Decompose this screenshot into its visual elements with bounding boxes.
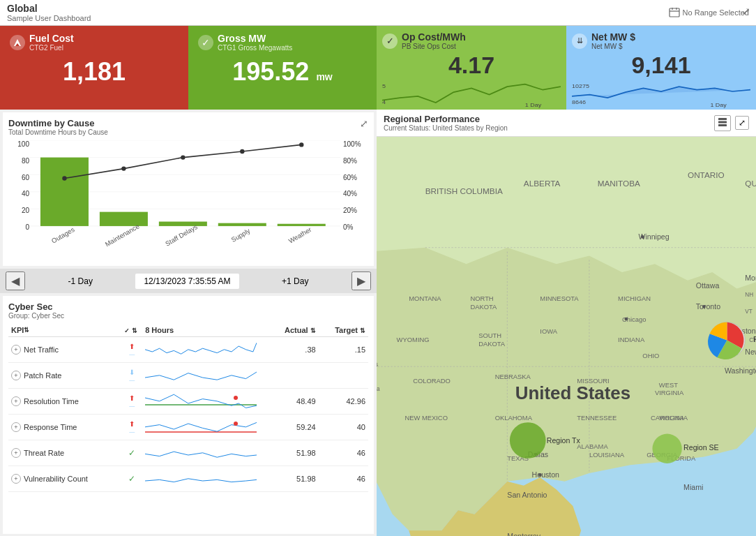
svg-text:Region SE: Region SE bbox=[683, 443, 719, 452]
prev-label: -1 Day bbox=[68, 276, 93, 286]
svg-text:CAROLINA: CAROLINA bbox=[651, 414, 685, 422]
svg-text:QUEBEC: QUEBEC bbox=[745, 179, 756, 188]
target-value: .15 bbox=[319, 337, 368, 363]
info-icon[interactable]: + bbox=[11, 448, 21, 458]
svg-text:Houston: Houston bbox=[532, 470, 560, 479]
prev-day-button[interactable]: ◀ bbox=[6, 271, 25, 290]
info-icon[interactable]: + bbox=[11, 371, 21, 380]
svg-text:Region NE: Region NE bbox=[753, 335, 756, 343]
kpi-name: Resolution Time bbox=[24, 397, 79, 405]
kpi-name: Net Traffic bbox=[24, 345, 59, 354]
col-hours[interactable]: 8 Hours bbox=[142, 324, 268, 337]
netmw-card: ⇊ Net MW $ Net MW $ 9,141 10275 8646 1 D… bbox=[566, 26, 756, 110]
svg-text:8646: 8646 bbox=[572, 99, 586, 105]
svg-text:New York: New York bbox=[745, 348, 756, 356]
netmw-chart: 10275 8646 1 Day bbox=[572, 80, 750, 108]
info-icon[interactable]: + bbox=[11, 396, 21, 406]
bar-maintenance bbox=[100, 212, 148, 226]
info-icon[interactable]: + bbox=[11, 422, 21, 432]
trend-chart bbox=[145, 417, 257, 436]
actual-value bbox=[268, 363, 318, 389]
no-range-label: No Range Selected bbox=[669, 7, 749, 18]
svg-text:ALABAMA: ALABAMA bbox=[577, 442, 608, 450]
info-icon[interactable]: + bbox=[11, 345, 21, 355]
netmw-value: 9,141 bbox=[572, 52, 750, 79]
downtime-chart: 100 80 60 40 20 0 bbox=[8, 140, 368, 248]
target-value: 40 bbox=[319, 415, 368, 440]
regional-subtitle: Current Status: United States by Region bbox=[384, 124, 508, 132]
fuel-value: 1,181 bbox=[10, 57, 179, 87]
col-check[interactable]: ✓ ⇅ bbox=[121, 324, 142, 337]
app-branding: Global Sample User Dashboard bbox=[7, 3, 91, 22]
svg-text:1 Day: 1 Day bbox=[710, 101, 727, 107]
table-row: +Vulnerability Count✓51.9846 bbox=[8, 466, 368, 492]
trend-chart bbox=[145, 391, 257, 410]
svg-text:NH: NH bbox=[745, 292, 753, 298]
map-layers-button[interactable] bbox=[714, 115, 731, 131]
opcost-title: Op Cost/MWh bbox=[402, 31, 466, 43]
bar-supply bbox=[218, 223, 266, 226]
svg-text:Ottawa: Ottawa bbox=[696, 282, 720, 290]
downtime-subtitle: Total Downtime Hours by Cause bbox=[8, 128, 368, 136]
fuel-up-icon bbox=[10, 35, 25, 50]
svg-point-89 bbox=[538, 473, 542, 477]
kpi-name: Response Time bbox=[24, 423, 77, 431]
status-up-icon: ⬆ bbox=[129, 394, 135, 402]
regional-header: Regional Performance Current Status: Uni… bbox=[377, 110, 756, 137]
cyber-group: Group: Cyber Sec bbox=[8, 312, 64, 320]
downtime-title: Downtime by Cause bbox=[8, 118, 368, 128]
next-day-button[interactable]: ▶ bbox=[351, 271, 371, 290]
col-actual[interactable]: Actual ⇅ bbox=[268, 324, 318, 337]
svg-text:ALBERTA: ALBERTA bbox=[524, 179, 561, 188]
svg-rect-33 bbox=[718, 121, 727, 123]
table-row: +Patch Rate ⬇ — bbox=[8, 363, 368, 389]
col-target[interactable]: Target ⇅ bbox=[319, 324, 368, 337]
right-panel: ✓ Op Cost/MWh PB Site Ops Cost 4.17 5 4 … bbox=[377, 26, 756, 536]
svg-point-50 bbox=[641, 235, 644, 239]
svg-text:Region Tx: Region Tx bbox=[547, 436, 581, 445]
svg-text:California: California bbox=[377, 386, 380, 392]
col-kpi[interactable]: KPI ⇅ bbox=[8, 324, 121, 337]
netmw-icon: ⇊ bbox=[572, 34, 587, 49]
left-panel: Fuel Cost CTG2 Fuel 1,181 ✓ Gross MW CTG… bbox=[0, 26, 377, 536]
no-range-text: No Range Selected bbox=[683, 8, 749, 17]
kpi-name: Threat Rate bbox=[24, 449, 64, 457]
info-icon[interactable]: + bbox=[11, 474, 21, 484]
map-expand-button[interactable]: ⤢ bbox=[735, 116, 749, 130]
actual-value: 51.98 bbox=[268, 466, 318, 492]
trend-chart bbox=[145, 339, 257, 359]
table-row: +Resolution Time ⬆ — 48.4942.96 bbox=[8, 389, 368, 415]
bar-chart-area: Outages Maintenance Staff Delays Supply … bbox=[29, 140, 340, 248]
main-layout: Fuel Cost CTG2 Fuel 1,181 ✓ Gross MW CTG… bbox=[0, 26, 756, 536]
svg-text:MINNESOTA: MINNESOTA bbox=[540, 295, 579, 302]
svg-text:OHIO: OHIO bbox=[642, 352, 659, 359]
y-axis-left: 100 80 60 40 20 0 bbox=[8, 140, 29, 248]
bar-chart-svg: Outages Maintenance Staff Delays Supply … bbox=[29, 140, 340, 248]
minus-icon: — bbox=[129, 403, 135, 409]
trend-chart bbox=[145, 468, 257, 488]
downtime-expand-icon[interactable]: ⤢ bbox=[360, 118, 368, 129]
svg-text:Monterrey: Monterrey bbox=[507, 532, 540, 536]
svg-point-54 bbox=[702, 305, 706, 308]
opcost-value: 4.17 bbox=[382, 52, 561, 79]
svg-text:BRITISH COLUMBIA: BRITISH COLUMBIA bbox=[425, 186, 503, 195]
svg-rect-34 bbox=[718, 124, 727, 126]
target-value: 42.96 bbox=[319, 389, 368, 415]
svg-text:1 Day: 1 Day bbox=[525, 101, 542, 107]
svg-text:NORTH: NORTH bbox=[470, 295, 493, 302]
gross-value: 195.52 mw bbox=[198, 57, 367, 87]
svg-text:San Antonio: San Antonio bbox=[507, 491, 547, 499]
gross-mw-card: ✓ Gross MW CTG1 Gross Megawatts 195.52 m… bbox=[188, 26, 377, 110]
map-container[interactable]: Gulf of Mexico United States Mexico BRIT… bbox=[377, 137, 756, 536]
actual-value: 59.24 bbox=[268, 415, 318, 440]
target-value: 46 bbox=[319, 440, 368, 466]
date-display: 12/13/2023 7:35:55 AM bbox=[135, 274, 239, 289]
layers-icon bbox=[718, 117, 727, 127]
svg-text:Vegas: Vegas bbox=[377, 360, 378, 368]
cyber-title: Cyber Sec bbox=[8, 302, 64, 312]
svg-point-13 bbox=[121, 166, 126, 170]
app-title: Global bbox=[7, 3, 91, 14]
svg-point-70 bbox=[624, 318, 628, 321]
svg-text:United States: United States bbox=[515, 383, 630, 403]
status-up-icon: ⬆ bbox=[129, 343, 135, 350]
